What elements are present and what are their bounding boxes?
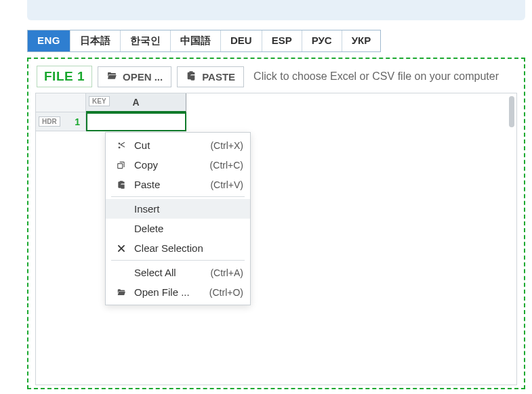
clipboard-paste-icon — [114, 180, 129, 190]
sheet-row-1: HDR 1 — [36, 112, 516, 131]
column-header-a[interactable]: KEY A — [86, 93, 186, 112]
clipboard-paste-icon — [186, 70, 197, 83]
ctx-openfile-label: Open File ... — [129, 286, 209, 298]
row-header-1[interactable]: HDR 1 — [36, 112, 86, 131]
file-panel-header: FILE 1 OPEN ... PASTE Click to choose Ex… — [28, 59, 524, 93]
scrollbar-thumb[interactable] — [509, 96, 514, 127]
sheet-header-row: KEY A — [36, 93, 516, 112]
scissors-icon — [114, 141, 129, 150]
lang-tab-eng[interactable]: ENG — [28, 30, 70, 51]
ctx-clear-label: Clear Selection — [129, 242, 243, 254]
open-file-label: OPEN ... — [123, 71, 163, 83]
row-1-label: 1 — [75, 116, 80, 127]
lang-tab-ukr[interactable]: УКР — [342, 30, 381, 51]
ctx-copy-shortcut: (Ctrl+C) — [210, 160, 243, 171]
language-tabs: ENG 日本語 한국인 中国語 DEU ESP РУС УКР — [27, 30, 381, 52]
file-slot-label: FILE 1 — [37, 66, 92, 87]
ctx-cut[interactable]: Cut (Ctrl+X) — [106, 135, 250, 155]
paste-label: PASTE — [202, 71, 235, 83]
ctx-delete[interactable]: Delete — [106, 219, 250, 238]
ctx-selectall-shortcut: (Ctrl+A) — [210, 267, 243, 278]
ctx-copy[interactable]: Copy (Ctrl+C) — [106, 155, 250, 175]
ctx-separator — [111, 196, 245, 197]
ctx-selectall-label: Select All — [129, 267, 210, 278]
paste-button[interactable]: PASTE — [177, 66, 244, 87]
ctx-paste-shortcut: (Ctrl+V) — [210, 179, 243, 190]
file-drop-panel: FILE 1 OPEN ... PASTE Click to choose Ex… — [27, 58, 525, 389]
key-badge: KEY — [89, 96, 110, 106]
ctx-separator — [111, 260, 245, 261]
lang-tab-ja[interactable]: 日本語 — [70, 30, 121, 51]
ctx-insert[interactable]: Insert — [106, 199, 250, 219]
open-file-button[interactable]: OPEN ... — [98, 66, 171, 87]
ctx-paste[interactable]: Paste (Ctrl+V) — [106, 175, 250, 194]
lang-tab-rus[interactable]: РУС — [302, 30, 342, 51]
ctx-select-all[interactable]: Select All (Ctrl+A) — [106, 263, 250, 282]
cell-a1[interactable] — [86, 112, 186, 131]
lang-tab-esp[interactable]: ESP — [262, 30, 302, 51]
column-a-label: A — [132, 97, 139, 108]
ctx-insert-label: Insert — [129, 203, 243, 215]
ctx-paste-label: Paste — [129, 179, 210, 190]
sheet-corner-cell[interactable] — [36, 93, 86, 112]
hdr-badge: HDR — [39, 116, 60, 127]
ctx-copy-label: Copy — [129, 159, 210, 171]
ctx-openfile-shortcut: (Ctrl+O) — [209, 287, 243, 298]
copy-icon — [114, 160, 129, 170]
ctx-clear-selection[interactable]: Clear Selection — [106, 238, 250, 258]
file-panel-hint: Click to choose Excel or CSV file on you… — [253, 70, 499, 83]
ctx-cut-label: Cut — [129, 139, 210, 151]
ctx-open-file[interactable]: Open File ... (Ctrl+O) — [106, 282, 250, 302]
lang-tab-deu[interactable]: DEU — [221, 30, 262, 51]
context-menu: Cut (Ctrl+X) Copy (Ctrl+C) Paste (Ctrl+V… — [105, 132, 251, 305]
folder-open-icon — [106, 70, 117, 83]
info-banner — [27, 0, 525, 20]
lang-tab-zh[interactable]: 中国語 — [171, 30, 221, 51]
ctx-delete-label: Delete — [129, 223, 243, 234]
lang-tab-ko[interactable]: 한국인 — [121, 30, 171, 51]
ctx-cut-shortcut: (Ctrl+X) — [210, 140, 243, 151]
x-icon — [114, 244, 129, 253]
folder-open-icon — [114, 288, 129, 297]
